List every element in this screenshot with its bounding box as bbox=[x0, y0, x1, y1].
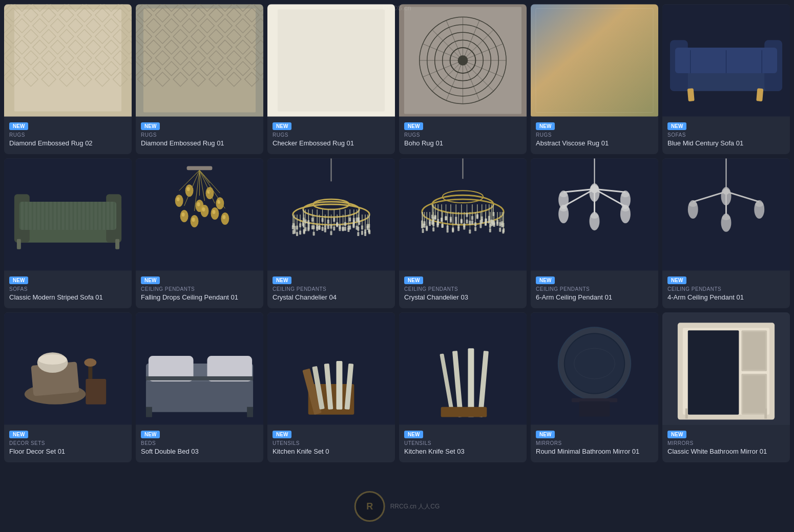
svg-rect-353 bbox=[336, 222, 338, 226]
svg-rect-417 bbox=[333, 218, 335, 222]
item-name-knife-set-0: Kitchen Knife Set 0 bbox=[273, 448, 390, 456]
svg-rect-242 bbox=[80, 202, 82, 230]
svg-point-606 bbox=[621, 206, 630, 211]
svg-rect-594 bbox=[492, 220, 494, 224]
svg-point-627 bbox=[722, 215, 730, 220]
svg-rect-492 bbox=[432, 227, 434, 231]
svg-point-271 bbox=[180, 210, 189, 222]
svg-rect-588 bbox=[485, 218, 487, 222]
svg-point-284 bbox=[222, 215, 225, 219]
card-6arm-pendant-01[interactable]: NEWCEILING PENDANTS6-Arm Ceiling Pendant… bbox=[531, 158, 658, 308]
card-chandelier-04[interactable]: NEWCEILING PENDANTSCrystal Chandelier 04 bbox=[267, 158, 395, 308]
card-checker-rug-01[interactable]: NEWRUGSChecker Embossed Rug 01 bbox=[267, 4, 395, 154]
card-falling-drops-01[interactable]: NEWCEILING PENDANTSFalling Drops Ceiling… bbox=[136, 158, 263, 308]
svg-rect-227 bbox=[19, 202, 21, 230]
svg-rect-421 bbox=[344, 222, 346, 226]
svg-point-260 bbox=[187, 187, 190, 191]
card-knife-set-0[interactable]: NEWUTENSILSKitchen Knife Set 0 bbox=[267, 312, 395, 462]
card-knife-set-3[interactable]: NEWUTENSILSKitchen Knife Set 03 bbox=[399, 312, 527, 462]
category-diamond-rug-01: RUGS bbox=[141, 132, 258, 138]
svg-rect-248 bbox=[105, 202, 107, 230]
card-round-mirror-01[interactable]: NEWMIRRORSRound Minimal Bathroom Mirror … bbox=[531, 312, 658, 462]
card-viscose-rug-01[interactable]: NEWRUGSAbstract Viscose Rug 01 bbox=[531, 4, 658, 154]
svg-rect-228 bbox=[24, 202, 25, 230]
svg-point-283 bbox=[221, 212, 229, 225]
svg-rect-578 bbox=[461, 219, 463, 223]
card-floor-decor-01[interactable]: NEWDECOR SETSFloor Decor Set 01 bbox=[4, 312, 132, 462]
new-badge-diamond-rug-01: NEW bbox=[141, 122, 160, 130]
card-blue-sofa-01[interactable]: NEWSOFASBlue Mid Century Sofa 01 bbox=[662, 4, 790, 154]
item-name-diamond-rug-02: Diamond Embossed Rug 02 bbox=[9, 139, 127, 148]
category-floor-decor-01: DECOR SETS bbox=[9, 440, 127, 446]
svg-rect-504 bbox=[463, 223, 465, 227]
new-badge-6arm-pendant-01: NEW bbox=[536, 276, 555, 284]
category-knife-set-3: UTENSILS bbox=[404, 440, 521, 446]
item-name-boho-rug-01: Boho Rug 01 bbox=[404, 139, 521, 148]
new-badge-striped-sofa-01: NEW bbox=[9, 276, 28, 284]
svg-rect-576 bbox=[455, 217, 457, 221]
svg-rect-675 bbox=[743, 375, 765, 413]
svg-rect-590 bbox=[488, 220, 490, 224]
svg-rect-652 bbox=[336, 361, 342, 410]
item-name-floor-decor-01: Floor Decor Set 01 bbox=[9, 448, 127, 456]
card-chandelier-03[interactable]: NEWCEILING PENDANTSCrystal Chandelier 03 bbox=[399, 158, 527, 308]
svg-rect-233 bbox=[44, 202, 46, 230]
card-image-knife-set-0 bbox=[267, 312, 395, 425]
svg-rect-243 bbox=[85, 202, 86, 230]
svg-rect-580 bbox=[466, 219, 468, 223]
category-diamond-rug-02: RUGS bbox=[9, 132, 127, 138]
svg-rect-413 bbox=[322, 218, 324, 222]
svg-rect-234 bbox=[48, 202, 50, 230]
new-badge-knife-set-3: NEW bbox=[404, 431, 423, 438]
item-name-white-mirror-01: Classic White Bathroom Mirror 01 bbox=[667, 448, 785, 456]
svg-rect-349 bbox=[324, 228, 326, 232]
svg-rect-524 bbox=[502, 229, 504, 233]
card-double-bed-03[interactable]: NEWBEDSSoft Double Bed 03 bbox=[136, 312, 263, 462]
svg-point-609 bbox=[591, 214, 599, 219]
svg-rect-245 bbox=[93, 202, 94, 230]
svg-rect-518 bbox=[496, 222, 498, 226]
svg-rect-498 bbox=[447, 225, 449, 229]
card-diamond-rug-02[interactable]: NEWRUGSDiamond Embossed Rug 02 bbox=[4, 4, 132, 154]
svg-rect-484 bbox=[422, 229, 424, 233]
svg-rect-337 bbox=[296, 232, 298, 236]
svg-rect-564 bbox=[432, 220, 434, 224]
card-4arm-pendant-01[interactable]: NEWCEILING PENDANTS4-Arm Ceiling Pendant… bbox=[662, 158, 790, 308]
item-name-striped-sofa-01: Classic Modern Striped Sofa 01 bbox=[9, 293, 127, 302]
svg-rect-247 bbox=[101, 202, 102, 230]
svg-rect-646 bbox=[247, 407, 253, 417]
svg-rect-582 bbox=[471, 220, 473, 224]
item-name-chandelier-04: Crystal Chandelier 04 bbox=[273, 293, 390, 302]
category-falling-drops-01: CEILING PENDANTS bbox=[141, 286, 258, 292]
svg-rect-674 bbox=[743, 332, 765, 370]
svg-rect-666 bbox=[579, 401, 610, 417]
svg-rect-355 bbox=[342, 227, 344, 231]
new-badge-double-bed-03: NEW bbox=[141, 431, 160, 438]
svg-rect-231 bbox=[36, 202, 37, 230]
new-badge-viscose-rug-01: NEW bbox=[536, 122, 555, 130]
card-image-checker-rug-01 bbox=[267, 4, 395, 117]
card-image-4arm-pendant-01 bbox=[662, 158, 790, 271]
svg-point-281 bbox=[212, 210, 215, 214]
svg-rect-301 bbox=[357, 232, 359, 236]
card-white-mirror-01[interactable]: NEWMIRRORSClassic White Bathroom Mirror … bbox=[662, 312, 790, 462]
new-badge-blue-sofa-01: NEW bbox=[667, 122, 686, 130]
item-name-double-bed-03: Soft Double Bed 03 bbox=[141, 448, 258, 456]
svg-rect-636 bbox=[86, 379, 106, 405]
svg-rect-546 bbox=[455, 221, 457, 225]
svg-rect-456 bbox=[469, 229, 471, 233]
card-image-6arm-pendant-01 bbox=[531, 158, 658, 271]
svg-rect-403 bbox=[303, 223, 305, 227]
svg-point-630 bbox=[689, 202, 697, 207]
svg-point-635 bbox=[38, 354, 67, 365]
svg-point-280 bbox=[211, 207, 219, 220]
card-striped-sofa-01[interactable]: NEWSOFASClassic Modern Striped Sofa 01 bbox=[4, 158, 132, 308]
card-boho-rug-01[interactable]: NEWRUGSBoho Rug 01 bbox=[399, 4, 527, 154]
svg-rect-500 bbox=[452, 228, 454, 232]
svg-rect-395 bbox=[307, 227, 309, 231]
svg-rect-574 bbox=[450, 217, 452, 221]
card-diamond-rug-01[interactable]: NEWRUGSDiamond Embossed Rug 01 bbox=[136, 4, 263, 154]
svg-rect-237 bbox=[60, 202, 62, 230]
category-round-mirror-01: MIRRORS bbox=[536, 440, 653, 446]
item-name-viscose-rug-01: Abstract Viscose Rug 01 bbox=[536, 139, 653, 148]
